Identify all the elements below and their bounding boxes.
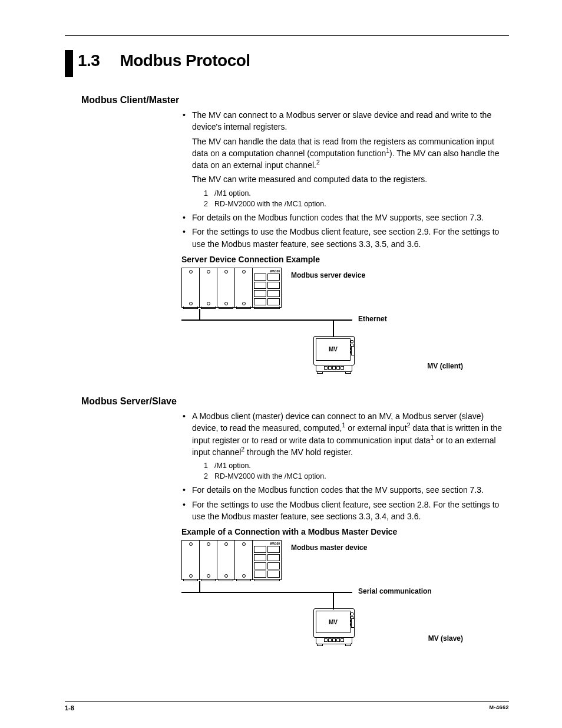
rack-device-icon: MW100	[181, 540, 286, 581]
network-label: Serial communication	[358, 587, 432, 595]
page-number: 1-8	[65, 704, 74, 711]
network-line-icon	[181, 319, 352, 321]
paragraph: A Modbus client (master) device can conn…	[192, 410, 509, 458]
network-drop-icon	[333, 319, 334, 337]
footnote-num: 2	[204, 471, 214, 482]
cpu-label: MW100	[254, 542, 280, 545]
list-item: For the settings to use the Modbus clien…	[181, 499, 509, 523]
rack-device-icon: MW100	[181, 268, 286, 309]
text-span: through the MV hold register.	[244, 447, 353, 457]
footnote-text: RD-MV2000 with the /MC1 option.	[214, 471, 326, 482]
paragraph: The MV can connect to a Modbus server or…	[192, 109, 509, 133]
network-label: Ethernet	[358, 315, 387, 323]
footnote-text: /M1 option.	[214, 188, 251, 199]
list-item: For details on the Modbus function codes…	[181, 212, 509, 223]
list-item: A Modbus client (master) device can conn…	[181, 410, 509, 482]
footnote-num: 1	[204, 460, 214, 471]
network-drop-icon	[199, 309, 200, 319]
diagram-master-connection: MW100 Modbus master device Serial commun…	[181, 540, 509, 658]
list-item: The MV can connect to a Modbus server or…	[181, 109, 509, 209]
sub-heading-server-connection-example: Server Device Connection Example	[181, 255, 509, 264]
footnote-num: 2	[204, 199, 214, 209]
diagram-server-connection: MW100 Modbus server device Ethernet	[181, 268, 509, 386]
rack-label: Modbus master device	[291, 543, 367, 552]
cpu-label: MW100	[254, 269, 280, 273]
footnote-text: RD-MV2000 with the /MC1 option.	[214, 199, 326, 209]
mv-screen-text: MV	[316, 611, 351, 633]
section-heading-client-master: Modbus Client/Master	[81, 95, 509, 106]
chapter-marker-bar	[65, 50, 73, 77]
list-item: For the settings to use the Modbus clien…	[181, 226, 509, 250]
paragraph: The MV can handle the data that is read …	[192, 136, 509, 172]
document-id: M-4662	[489, 704, 509, 711]
mv-device-icon: MV	[313, 336, 355, 374]
footnote-num: 1	[204, 188, 214, 199]
mv-screen-text: MV	[316, 338, 351, 361]
network-drop-icon	[333, 592, 334, 610]
footnote-list: 1/M1 option. 2RD-MV2000 with the /MC1 op…	[204, 460, 509, 482]
mv-device-icon: MV	[313, 608, 355, 646]
footnote-ref-2: 2	[316, 159, 320, 166]
footnote-list: 1/M1 option. 2RD-MV2000 with the /MC1 op…	[204, 188, 509, 209]
list-item: For details on the Modbus function codes…	[181, 484, 509, 496]
mv-label: MV (client)	[381, 362, 463, 370]
page-footer: 1-8 M-4662	[65, 701, 509, 711]
chapter-number: 1.3	[78, 50, 100, 69]
paragraph: The MV can write measured and computed d…	[192, 173, 509, 185]
chapter-title: 1.3 Modbus Protocol	[65, 50, 509, 77]
text-span: or external input	[345, 423, 406, 433]
chapter-text: Modbus Protocol	[120, 50, 250, 69]
network-line-icon	[181, 592, 352, 593]
sub-heading-master-connection-example: Example of a Connection with a Modbus Ma…	[181, 527, 509, 536]
footnote-text: /M1 option.	[214, 460, 251, 471]
mv-label: MV (slave)	[381, 634, 463, 643]
network-drop-icon	[199, 581, 200, 592]
section-heading-server-slave: Modbus Server/Slave	[81, 396, 509, 407]
rack-label: Modbus server device	[291, 271, 365, 279]
